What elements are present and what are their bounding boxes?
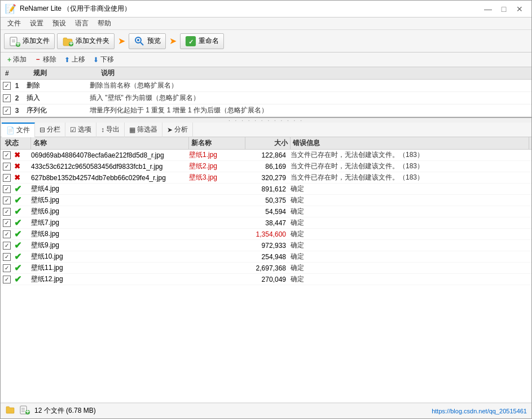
ok-icon-7: ✔ (14, 217, 21, 228)
add-folder-icon: + (62, 36, 73, 47)
titlebar-buttons: — □ ✕ (481, 3, 527, 15)
titlebar: 📝 ReNamer Lite （仅用于非商业使用） — □ ✕ (1, 1, 531, 18)
menu-help[interactable]: 帮助 (93, 18, 116, 29)
file-checkbox-2[interactable] (3, 163, 11, 171)
error-icon-2: ✖ (14, 162, 20, 171)
file-error-11: 确定 (291, 263, 529, 273)
rule-remove-button[interactable]: － 移除 (31, 54, 60, 66)
add-folder-button[interactable]: + 添加文件夹 (57, 33, 115, 49)
file-row: ✔ 壁纸12.jpg 270,049 确定 (1, 274, 531, 285)
tab-export-label: 导出 (106, 125, 120, 134)
rule-checkbox-2[interactable] (3, 94, 11, 102)
rule-down-label: 下移 (100, 55, 114, 64)
tab-analysis[interactable]: ➤ 分析 (162, 123, 193, 137)
statusbar-file-count: 12 个文件 (6.78 MB) (34, 406, 96, 416)
file-row: ✔ 壁纸10.jpg 254,948 确定 (1, 251, 531, 263)
file-state-7: ✔ (3, 217, 31, 228)
statusbar: + 12 个文件 (6.78 MB) https://blog.csdn.net… (1, 403, 531, 418)
file-size-6: 54,594 (245, 208, 291, 216)
rule-add-button[interactable]: + 添加 (4, 54, 30, 66)
file-error-4: 确定 (291, 184, 529, 194)
toolbar: + 添加文件 + 添加文件夹 ➤ 预览 ➤ ✓ (1, 30, 531, 53)
file-checkbox-1[interactable] (3, 151, 11, 159)
titlebar-left: 📝 ReNamer Lite （仅用于非商业使用） (5, 3, 131, 14)
file-checkbox-3[interactable] (3, 174, 11, 182)
rule-row: 3 序列化 增量序列化起始于 1 重复 1 增量 1 作为后缀（忽略扩展名） (1, 104, 531, 117)
statusbar-add-icon[interactable]: + (20, 405, 30, 417)
rule-row: 2 插入 插入 "壁纸" 作为前缀（忽略扩展名） (1, 92, 531, 104)
error-icon-1: ✖ (14, 151, 20, 159)
file-size-11: 2,697,368 (245, 264, 291, 272)
tab-columns-icon: ⊟ (39, 126, 45, 134)
file-name-1: 069d69ab48864078ecfa6ae212f8d5d8_r.jpg (31, 151, 189, 159)
menu-language[interactable]: 语言 (71, 18, 93, 29)
file-row: ✔ 壁纸9.jpg 972,933 确定 (1, 240, 531, 251)
file-checkbox-6[interactable] (3, 208, 11, 216)
rules-header: # 规则 说明 (1, 67, 531, 80)
file-checkbox-5[interactable] (3, 197, 11, 204)
file-newname-1: 壁纸1.jpg (189, 150, 245, 160)
add-file-icon: + (9, 36, 20, 47)
add-folder-label: 添加文件夹 (76, 36, 109, 46)
close-button[interactable]: ✕ (512, 3, 527, 15)
rules-toolbar: + 添加 － 移除 ⬆ 上移 ⬇ 下移 (1, 53, 531, 67)
rule-down-button[interactable]: ⬇ 下移 (90, 54, 117, 66)
svg-point-9 (137, 39, 139, 41)
file-checkbox-9[interactable] (3, 242, 11, 250)
statusbar-link[interactable]: https://blog.csdn.net/qq_20515461 (432, 408, 527, 414)
file-error-7: 确定 (291, 218, 529, 228)
preview-button[interactable]: 预览 (129, 33, 166, 49)
file-checkbox-4[interactable] (3, 185, 11, 193)
rule-up-button[interactable]: ⬆ 上移 (61, 54, 89, 66)
file-state-10: ✔ (3, 251, 31, 262)
file-name-3: 627b8be1352b42574db7ebb66c029fe4_r.jpg (31, 174, 189, 182)
file-checkbox-7[interactable] (3, 219, 11, 227)
menu-settings[interactable]: 设置 (25, 18, 48, 29)
file-state-4: ✔ (3, 184, 31, 194)
file-checkbox-8[interactable] (3, 230, 11, 238)
file-row: ✔ 壁纸6.jpg 54,594 确定 (1, 206, 531, 217)
preview-icon (134, 36, 145, 47)
file-size-10: 254,948 (245, 253, 291, 261)
ok-icon-11: ✔ (14, 263, 21, 273)
tab-options[interactable]: ☑ 选项 (65, 123, 96, 137)
svg-text:+: + (25, 408, 29, 415)
file-error-8: 确定 (291, 229, 529, 239)
tab-export-icon: ↕ (101, 126, 104, 134)
statusbar-folder-icon (5, 405, 15, 417)
file-state-11: ✔ (3, 263, 31, 273)
file-name-4: 壁纸4.jpg (31, 184, 189, 194)
tab-files[interactable]: 📄 文件 (2, 123, 35, 137)
maximize-button[interactable]: □ (496, 3, 511, 15)
files-tabs: 📄 文件 ⊟ 分栏 ☑ 选项 ↕ 导出 ▦ 筛选器 ➤ 分析 (1, 123, 531, 137)
file-name-10: 壁纸10.jpg (31, 252, 189, 261)
tab-filter-icon: ▦ (129, 126, 135, 134)
tab-columns[interactable]: ⊟ 分栏 (35, 123, 65, 137)
rule-checkbox-3[interactable] (3, 107, 11, 115)
rename-button[interactable]: ✓ 重命名 (180, 33, 224, 49)
rule-add-icon: + (7, 56, 11, 64)
tab-export[interactable]: ↕ 导出 (96, 123, 125, 137)
minimize-button[interactable]: — (481, 3, 495, 15)
file-row: ✔ 壁纸4.jpg 891,612 确定 (1, 184, 531, 195)
file-name-5: 壁纸5.jpg (31, 195, 189, 205)
rule-checkbox-1[interactable] (3, 82, 11, 90)
file-name-11: 壁纸11.jpg (31, 263, 189, 273)
rule-up-label: 上移 (72, 55, 85, 64)
file-name-6: 壁纸6.jpg (31, 207, 189, 216)
tab-filter[interactable]: ▦ 筛选器 (125, 123, 162, 137)
menu-file[interactable]: 文件 (3, 18, 25, 29)
statusbar-left: + 12 个文件 (6.78 MB) (5, 405, 96, 417)
ok-icon-6: ✔ (14, 206, 21, 217)
file-checkbox-11[interactable] (3, 264, 11, 272)
file-row: ✔ 壁纸11.jpg 2,697,368 确定 (1, 263, 531, 274)
add-file-button[interactable]: + 添加文件 (4, 33, 55, 49)
preview-label: 预览 (147, 36, 161, 46)
menu-preset[interactable]: 预设 (48, 18, 71, 29)
file-checkbox-12[interactable] (3, 276, 11, 283)
file-checkbox-10[interactable] (3, 253, 11, 261)
tab-analysis-label: 分析 (174, 125, 188, 134)
arrow-icon-2: ➤ (169, 36, 177, 46)
file-state-2: ✖ (3, 162, 31, 171)
file-state-9: ✔ (3, 240, 31, 251)
